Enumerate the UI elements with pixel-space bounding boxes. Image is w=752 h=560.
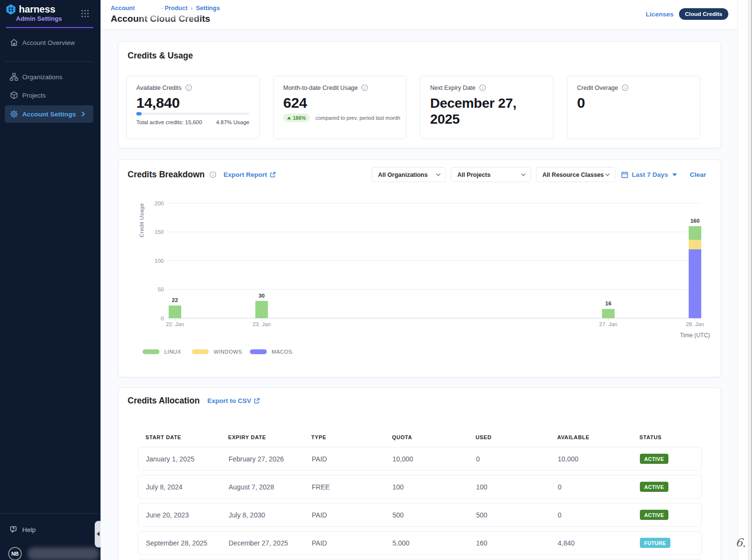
- col-available: AVAILABLE: [557, 434, 639, 440]
- cell-start: June 20, 2023: [146, 511, 229, 519]
- cell-used: 100: [476, 483, 558, 491]
- legend-item-linux[interactable]: LINUX: [143, 349, 181, 355]
- sidebar-item-account-settings[interactable]: Account Settings: [5, 105, 93, 123]
- chevron-down-icon: [605, 173, 610, 176]
- credit-usage-chart: 050100150200Credit Usage2222. Jan3023. J…: [118, 160, 722, 378]
- project-filter-select[interactable]: All Projects: [451, 167, 531, 182]
- info-icon[interactable]: [185, 84, 192, 91]
- stat-available-credits: Available Credits 14,840 Total active cr…: [126, 76, 260, 139]
- info-icon[interactable]: [479, 84, 486, 91]
- credits-progress-fill: [136, 112, 142, 115]
- legend-item-macos[interactable]: MACOS: [250, 349, 292, 355]
- sidebar-item-label: Account Settings: [22, 111, 76, 118]
- clear-filters-link[interactable]: Clear: [690, 171, 706, 178]
- stat-label: Next Expiry Date: [430, 85, 476, 91]
- cell-available: 4,840: [558, 539, 640, 547]
- svg-text:160: 160: [690, 218, 699, 224]
- handwritten-annotation: 6.: [735, 536, 747, 549]
- date-range-value: Last 7 Days: [632, 171, 668, 178]
- chevron-down-icon: [521, 173, 526, 176]
- sidebar-item-help[interactable]: Help: [5, 521, 93, 538]
- svg-text:200: 200: [155, 201, 164, 206]
- app: harness Admin Settings Account Overview …: [0, 0, 752, 560]
- table-row[interactable]: January 1, 2025 February 27, 2026 PAID 1…: [138, 447, 702, 471]
- col-status: STATUS: [639, 434, 702, 440]
- cell-expiry: July 8, 2030: [229, 511, 312, 519]
- status-badge: ACTIVE: [640, 482, 668, 492]
- breadcrumb-product[interactable]: - Product: [161, 5, 188, 12]
- brand-underline: [6, 27, 93, 28]
- resource-class-filter-select[interactable]: All Resource Classes: [536, 167, 615, 182]
- status-badge: ACTIVE: [640, 454, 668, 464]
- svg-text:30: 30: [259, 293, 265, 299]
- date-range-filter[interactable]: Last 7 Days: [621, 171, 677, 178]
- cell-quota: 500: [392, 511, 476, 519]
- svg-text:150: 150: [155, 229, 164, 235]
- sidebar-item-account-overview[interactable]: Account Overview: [5, 34, 93, 51]
- cell-expiry: December 27, 2025: [229, 539, 312, 547]
- cell-available: 10,000: [558, 455, 640, 463]
- info-icon[interactable]: [622, 84, 629, 91]
- app-grid-icon[interactable]: [81, 9, 89, 20]
- next-expiry-value: December 27, 2025: [430, 95, 527, 127]
- sidebar-bottom-divider: [0, 513, 101, 514]
- cell-used: 500: [476, 511, 558, 519]
- delta-note: compared to prev. period last month: [316, 115, 400, 121]
- redaction-blur-2: [141, 13, 199, 19]
- main: Account - Product › Settings Account Clo…: [101, 0, 752, 560]
- licenses-link[interactable]: Licenses: [646, 11, 674, 18]
- credits-allocation-card: Credits Allocation Export to CSV START D…: [118, 388, 721, 560]
- credits-usage-card: Credits & Usage Available Credits 14,840…: [118, 41, 721, 148]
- windows-swatch: [192, 349, 209, 354]
- sidebar-item-projects[interactable]: Projects: [5, 86, 93, 104]
- cube-icon: [10, 91, 18, 100]
- total-active-credits: Total active credits: 15,600: [136, 119, 202, 125]
- credits-breakdown-card: 050100150200Credit Usage2222. Jan3023. J…: [118, 159, 721, 377]
- col-type: TYPE: [311, 434, 392, 440]
- export-report-link[interactable]: Export Report: [223, 171, 275, 178]
- svg-text:100: 100: [155, 258, 164, 264]
- breadcrumb-separator: ›: [191, 5, 193, 11]
- stat-credit-overage: Credit Overage 0: [567, 76, 700, 139]
- linux-swatch: [143, 349, 159, 354]
- brand-name: harness: [19, 4, 55, 15]
- available-credits-value: 14,840: [136, 95, 249, 111]
- legend-item-windows[interactable]: WINDOWS: [192, 349, 242, 355]
- table-row[interactable]: June 20, 2023 July 8, 2030 PAID 500 500 …: [138, 503, 702, 527]
- credits-progress: [136, 113, 249, 115]
- cloud-credits-button[interactable]: Cloud Credits: [679, 8, 728, 20]
- table-row[interactable]: September 28, 2025 December 27, 2025 PAI…: [138, 531, 702, 555]
- credit-overage-value: 0: [577, 95, 690, 111]
- breadcrumb: Account - Product › Settings: [111, 4, 220, 13]
- sidebar-item-organizations[interactable]: Organizations: [5, 68, 93, 86]
- chevron-right-icon: [80, 111, 87, 119]
- scrollbar-track[interactable]: [738, 0, 748, 560]
- breadcrumb-settings[interactable]: Settings: [196, 5, 220, 12]
- org-filter-select[interactable]: All Organizations: [372, 167, 446, 182]
- avatar[interactable]: NB: [8, 547, 22, 560]
- table-row[interactable]: July 8, 2024 August 7, 2028 FREE 100 100…: [138, 475, 702, 499]
- topbar: Account - Product › Settings Account Clo…: [101, 0, 752, 30]
- cell-available: 0: [558, 511, 640, 519]
- macos-swatch: [250, 349, 267, 354]
- brand[interactable]: harness: [5, 4, 55, 15]
- cell-start: July 8, 2024: [146, 483, 229, 491]
- col-used: USED: [476, 434, 557, 440]
- sidebar: harness Admin Settings Account Overview …: [0, 0, 101, 560]
- svg-text:28. Jan: 28. Jan: [686, 321, 704, 327]
- content: Credits & Usage Available Credits 14,840…: [118, 41, 721, 560]
- credits-usage-title: Credits & Usage: [118, 42, 721, 61]
- cell-quota: 5,000: [392, 539, 476, 547]
- export-csv-link[interactable]: Export to CSV: [207, 397, 260, 404]
- project-filter-value: All Projects: [457, 172, 491, 178]
- legend-label: MACOS: [272, 349, 292, 355]
- legend-label: WINDOWS: [214, 349, 242, 355]
- cell-type: PAID: [312, 511, 392, 519]
- sidebar-divider: [5, 61, 93, 62]
- info-icon[interactable]: [361, 84, 368, 91]
- info-icon[interactable]: [209, 171, 217, 178]
- credits-breakdown-title: Credits Breakdown: [128, 170, 204, 180]
- org-filter-value: All Organizations: [378, 172, 428, 178]
- export-csv-label: Export to CSV: [207, 397, 251, 404]
- breadcrumb-account[interactable]: Account: [111, 5, 135, 12]
